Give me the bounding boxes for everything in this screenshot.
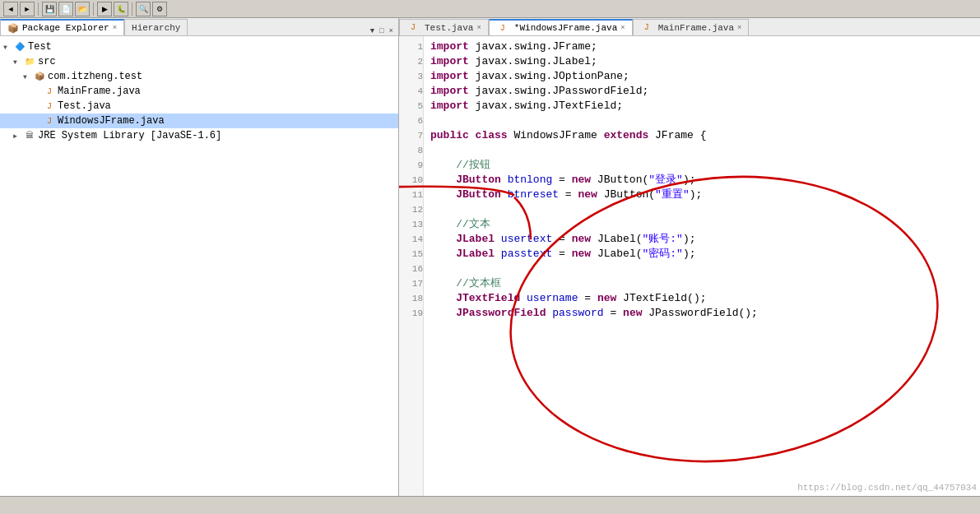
wjf-tab-close[interactable]: ×	[620, 24, 625, 32]
toolbar-btn-back[interactable]: ◄	[3, 2, 18, 16]
src-folder-icon: 📁	[23, 56, 36, 67]
package-explorer-icon: 📦	[7, 23, 19, 34]
toolbar: ◄ ► 💾 📄 📂 ▶ 🐛 🔍 ⚙	[0, 0, 980, 18]
code-line-19: JPasswordField password = new JPasswordF…	[430, 306, 973, 321]
expand-test[interactable]: ▼	[3, 44, 13, 51]
tree-item-windowsjframe[interactable]: J WindowsJFrame.java	[0, 113, 398, 128]
project-label: Test	[28, 41, 52, 53]
tree-item-test-java[interactable]: J Test.java	[0, 99, 398, 113]
code-line-3: import javax.swing.JOptionPane;	[430, 69, 973, 84]
editor-tab-test-java[interactable]: J Test.java ×	[399, 19, 489, 35]
toolbar-btn-refactor[interactable]: ⚙	[152, 2, 167, 16]
wjf-tab-label: *WindowsJFrame.java	[514, 23, 617, 33]
toolbar-btn-new[interactable]: 📄	[58, 2, 73, 16]
mf-tab-icon: J	[640, 22, 653, 34]
code-line-4: import javax.swing.JPasswordField;	[430, 84, 973, 99]
right-panel: J Test.java × J *WindowsJFrame.java × J …	[399, 18, 980, 496]
tree-item-jre[interactable]: ► 🏛 JRE System Library [JavaSE-1.6]	[0, 128, 398, 143]
tab-package-explorer[interactable]: 📦 Package Explorer ×	[0, 19, 124, 35]
toolbar-btn-save[interactable]: 💾	[42, 2, 57, 16]
wjf-tab-icon: J	[496, 22, 509, 34]
test-tab-label: Test.java	[425, 23, 473, 33]
tree-item-package[interactable]: ▼ 📦 com.itzheng.test	[0, 69, 398, 84]
editor-tab-mainframe[interactable]: J MainFrame.java ×	[633, 19, 750, 35]
hierarchy-label: Hierarchy	[132, 23, 180, 33]
jre-label: JRE System Library [JavaSE-1.6]	[38, 130, 221, 141]
expand-src[interactable]: ▼	[13, 58, 23, 66]
code-line-12	[430, 202, 973, 217]
code-line-6	[430, 113, 973, 128]
code-line-18: JTextField username = new JTextField();	[430, 291, 973, 306]
code-line-2: import javax.swing.JLabel;	[430, 54, 973, 69]
code-line-14: JLabel usertext = new JLabel("账号:");	[430, 232, 973, 247]
package-label: com.itzheng.test	[48, 71, 142, 82]
test-tab-close[interactable]: ×	[476, 24, 481, 32]
jre-icon: 🏛	[23, 130, 36, 141]
code-line-9: //按钮	[430, 158, 973, 173]
package-explorer-close[interactable]: ×	[113, 24, 117, 32]
code-line-10: JButton btnlong = new JButton("登录");	[430, 173, 973, 188]
toolbar-btn-run[interactable]: ▶	[97, 2, 112, 16]
left-tab-bar: 📦 Package Explorer × Hierarchy ▼ □ ×	[0, 18, 398, 36]
code-line-5: import javax.swing.JTextField;	[430, 99, 973, 113]
toolbar-separator-3	[132, 2, 132, 16]
main-container: 📦 Package Explorer × Hierarchy ▼ □ ×	[0, 18, 980, 514]
minimize-btn[interactable]: ▼	[369, 27, 376, 35]
editor-tab-bar: J Test.java × J *WindowsJFrame.java × J …	[399, 18, 980, 36]
toolbar-btn-search[interactable]: 🔍	[136, 2, 151, 16]
tab-panel-area: 📦 Package Explorer × Hierarchy ▼ □ ×	[0, 18, 980, 496]
code-line-8	[430, 143, 973, 158]
test-tab-icon: J	[406, 22, 420, 34]
close-left-btn[interactable]: ×	[388, 27, 395, 35]
mainframe-label: MainFrame.java	[58, 86, 141, 97]
windowsjframe-label: WindowsJFrame.java	[58, 115, 165, 127]
watermark: https://blog.csdn.net/qq_44757034	[797, 483, 977, 493]
tree-item-mainframe[interactable]: J MainFrame.java	[0, 84, 398, 99]
tree-view: ▼ 🔷 Test ▼ 📁 src ▼ 📦 com.itzheng.test	[0, 36, 398, 496]
mf-tab-label: MainFrame.java	[658, 23, 734, 33]
tree-item-src[interactable]: ▼ 📁 src	[0, 54, 398, 69]
code-line-13: //文本	[430, 217, 973, 232]
maximize-btn[interactable]: □	[378, 27, 385, 35]
expand-package[interactable]: ▼	[23, 73, 33, 81]
mf-tab-close[interactable]: ×	[737, 24, 741, 32]
code-line-17: //文本框	[430, 276, 973, 291]
tab-hierarchy[interactable]: Hierarchy	[124, 19, 188, 35]
code-editor[interactable]: import javax.swing.JFrame; import javax.…	[424, 36, 980, 496]
toolbar-separator-1	[38, 2, 39, 16]
left-panel: 📦 Package Explorer × Hierarchy ▼ □ ×	[0, 18, 399, 496]
toolbar-btn-forward[interactable]: ►	[20, 2, 35, 16]
test-java-icon: J	[43, 100, 56, 112]
editor-tab-windowsjframe[interactable]: J *WindowsJFrame.java ×	[489, 19, 633, 35]
project-icon: 🔷	[13, 41, 26, 53]
code-line-1: import javax.swing.JFrame;	[430, 39, 973, 54]
line-numbers: 12345 678910 1112131415 16171819	[399, 36, 424, 496]
code-line-7: public class WindowsJFrame extends JFram…	[430, 128, 973, 143]
src-label: src	[38, 56, 56, 67]
toolbar-btn-debug[interactable]: 🐛	[114, 2, 128, 16]
mainframe-icon: J	[43, 86, 56, 97]
toolbar-separator-2	[93, 2, 94, 16]
left-tab-controls: ▼ □ ×	[369, 27, 398, 35]
package-icon: 📦	[33, 71, 46, 82]
editor-content: 12345 678910 1112131415 16171819 import …	[399, 36, 980, 496]
windowsjframe-icon: J	[43, 115, 56, 127]
toolbar-btn-open[interactable]: 📂	[75, 2, 90, 16]
code-line-11: JButton btnreset = new JButton("重置");	[430, 188, 973, 202]
code-line-16	[430, 262, 973, 276]
expand-jre[interactable]: ►	[13, 132, 23, 140]
status-bar	[0, 496, 980, 514]
tree-item-test-project[interactable]: ▼ 🔷 Test	[0, 39, 398, 54]
code-line-15: JLabel passtext = new JLabel("密码:");	[430, 247, 973, 262]
test-java-label: Test.java	[58, 100, 111, 112]
package-explorer-label: Package Explorer	[22, 23, 109, 33]
